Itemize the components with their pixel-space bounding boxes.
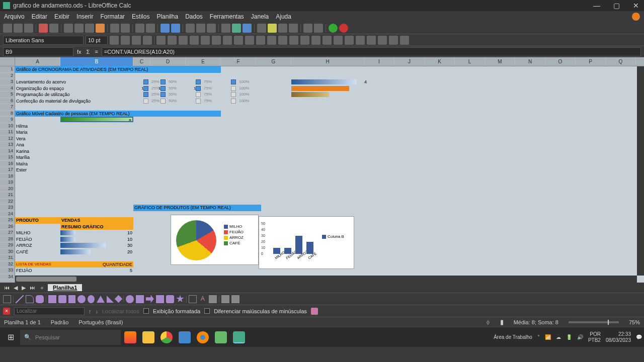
col-header[interactable]: J bbox=[394, 57, 425, 66]
progress-checkbox[interactable] bbox=[196, 92, 201, 97]
indent-inc-icon[interactable] bbox=[356, 36, 365, 45]
valign-top-icon[interactable] bbox=[245, 36, 254, 45]
menu-editar[interactable]: Editar bbox=[32, 13, 47, 20]
undo-icon[interactable] bbox=[110, 24, 119, 33]
col-header[interactable]: O bbox=[545, 57, 576, 66]
progress-checkbox[interactable] bbox=[196, 99, 201, 104]
row-header[interactable]: 17 bbox=[0, 167, 15, 173]
find-all-button[interactable]: Localizar todos bbox=[102, 308, 139, 314]
paste-icon[interactable] bbox=[85, 24, 94, 33]
row-header[interactable]: 15 bbox=[0, 154, 15, 161]
menu-planilha[interactable]: Planilha bbox=[156, 13, 178, 20]
menu-arquivo[interactable]: Arquivo bbox=[4, 13, 25, 20]
row-header[interactable]: 1 bbox=[0, 66, 15, 73]
row-header[interactable]: 26 bbox=[0, 224, 15, 230]
row-header[interactable]: 33 bbox=[0, 267, 15, 274]
col-header[interactable]: G bbox=[256, 57, 291, 66]
people-icon[interactable] bbox=[122, 329, 139, 346]
arrow-shapes-icon[interactable] bbox=[146, 295, 154, 303]
close-find-icon[interactable]: × bbox=[3, 308, 10, 315]
select-tool-icon[interactable] bbox=[3, 295, 11, 303]
row-header[interactable]: 29 bbox=[0, 242, 15, 249]
last-sheet-icon[interactable]: ⏭ bbox=[29, 285, 36, 291]
row-header[interactable]: 19 bbox=[0, 179, 15, 186]
freeze-icon[interactable] bbox=[303, 24, 312, 33]
copy-icon[interactable] bbox=[74, 24, 84, 33]
square-icon[interactable] bbox=[68, 295, 75, 303]
col-header[interactable]: M bbox=[485, 57, 515, 66]
match-case-checkbox[interactable] bbox=[204, 308, 210, 314]
function-wizard-icon[interactable]: fx bbox=[75, 49, 83, 55]
find-icon[interactable] bbox=[135, 24, 144, 33]
split-icon[interactable] bbox=[314, 24, 323, 33]
col-header[interactable]: K bbox=[425, 57, 455, 66]
row-header[interactable]: 18 bbox=[0, 173, 15, 180]
textbox-icon[interactable] bbox=[189, 295, 197, 303]
find-input[interactable] bbox=[14, 307, 85, 315]
ellipse-icon[interactable] bbox=[77, 295, 86, 303]
maximize-button[interactable]: ▢ bbox=[611, 2, 622, 10]
row-header[interactable]: 13 bbox=[0, 142, 15, 148]
sort-asc-icon[interactable] bbox=[186, 24, 195, 33]
find-prev-icon[interactable]: ↑ bbox=[89, 308, 92, 314]
italic-icon[interactable] bbox=[121, 36, 130, 45]
font-name-input[interactable] bbox=[3, 36, 84, 45]
firefox-icon[interactable] bbox=[194, 329, 211, 346]
row-icon[interactable] bbox=[160, 24, 170, 33]
menu-estilos[interactable]: Estilos bbox=[132, 13, 149, 20]
add-sheet-icon[interactable]: ＋ bbox=[38, 284, 46, 292]
update-icon[interactable] bbox=[632, 13, 640, 21]
sheet-tab[interactable]: Planilha1 bbox=[48, 284, 82, 291]
col-header[interactable]: L bbox=[455, 57, 485, 66]
underline-icon[interactable] bbox=[132, 36, 141, 45]
progress-checkbox[interactable] bbox=[143, 79, 148, 84]
formatted-display-checkbox[interactable] bbox=[143, 308, 149, 314]
symbol-shapes-icon[interactable] bbox=[136, 295, 144, 303]
start-button[interactable]: ⊞ bbox=[2, 329, 19, 345]
cloud-icon[interactable]: ☁ bbox=[556, 334, 561, 340]
row-header[interactable]: 16 bbox=[0, 161, 15, 167]
show-draw-icon[interactable] bbox=[231, 295, 239, 303]
col-header[interactable]: I bbox=[364, 57, 394, 66]
find-options-icon[interactable] bbox=[311, 308, 318, 315]
comment-icon[interactable] bbox=[278, 24, 287, 33]
workspace-label[interactable]: Área de Trabalho bbox=[494, 334, 532, 340]
col-header[interactable]: B bbox=[60, 57, 133, 66]
row-header[interactable]: 34 bbox=[0, 274, 15, 281]
new-icon[interactable] bbox=[3, 24, 12, 33]
close-button[interactable]: ✕ bbox=[631, 2, 641, 10]
menu-ferramentas[interactable]: Ferramentas bbox=[210, 13, 244, 20]
volume-icon[interactable]: 🔊 bbox=[577, 334, 583, 340]
highlight-icon[interactable] bbox=[168, 36, 177, 45]
spreadsheet-grid[interactable]: 1234567891011121314151617181920212223242… bbox=[0, 57, 644, 283]
prev-sheet-icon[interactable]: ◀ bbox=[13, 285, 19, 291]
rounded-rect-icon[interactable] bbox=[58, 295, 66, 303]
print-icon[interactable] bbox=[49, 24, 58, 33]
col-header[interactable]: D bbox=[150, 57, 186, 66]
row-header[interactable]: 25 bbox=[0, 217, 15, 224]
row-header[interactable]: 8 bbox=[0, 111, 15, 117]
col-header[interactable]: Q bbox=[606, 57, 636, 66]
align-center-icon[interactable] bbox=[190, 36, 199, 45]
freeform-icon[interactable] bbox=[36, 295, 44, 303]
row-header[interactable]: 11 bbox=[0, 129, 15, 136]
special-char-icon[interactable] bbox=[257, 24, 266, 33]
tray-lang[interactable]: PORPTB2 bbox=[588, 331, 601, 343]
col-header[interactable]: P bbox=[576, 57, 606, 66]
minimize-button[interactable]: — bbox=[591, 2, 602, 10]
chrome-icon[interactable] bbox=[158, 329, 175, 346]
row-header[interactable]: 20 bbox=[0, 186, 15, 193]
align-left-icon[interactable] bbox=[179, 36, 188, 45]
progress-checkbox[interactable] bbox=[231, 99, 236, 104]
next-sheet-icon[interactable]: ▶ bbox=[21, 285, 27, 291]
taskbar-search[interactable]: 🔍 Pesquisar bbox=[20, 330, 121, 345]
col-icon[interactable] bbox=[171, 24, 180, 33]
row-header[interactable]: 31 bbox=[0, 255, 15, 261]
zoom-slider[interactable] bbox=[569, 321, 619, 323]
calc-task-icon[interactable] bbox=[230, 329, 248, 346]
chart-icon[interactable] bbox=[232, 24, 241, 33]
flowchart-icon[interactable] bbox=[156, 295, 164, 303]
horizontal-scrollbar[interactable] bbox=[15, 276, 637, 283]
valign-bot-icon[interactable] bbox=[267, 36, 276, 45]
row-header[interactable]: 27 bbox=[0, 230, 15, 236]
